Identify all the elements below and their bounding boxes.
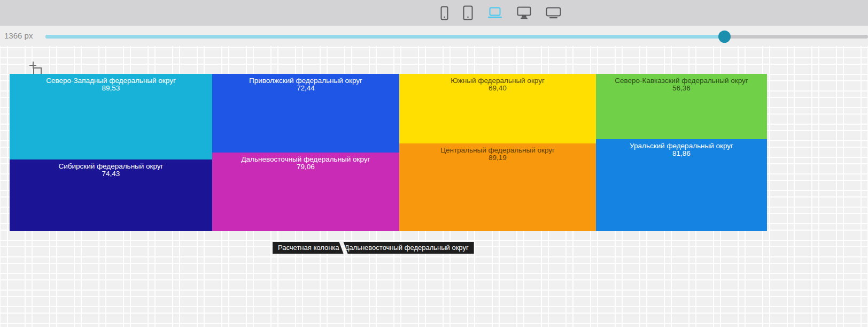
tv-preview-button[interactable] <box>546 7 561 19</box>
treemap-tile-sibirsky[interactable]: Сибирский федеральный округ 74,43 <box>10 159 212 231</box>
chart-tooltip: Расчетная колонка Дальневосточный федера… <box>273 242 474 254</box>
tile-value: 69,40 <box>399 85 596 92</box>
device-size-buttons <box>440 0 561 26</box>
treemap-column: Северо-Кавказский федеральный округ 56,3… <box>596 74 767 231</box>
laptop-preview-button[interactable] <box>487 7 502 19</box>
treemap-tile-tsentralny[interactable]: Центральный федеральный округ 89,19 <box>399 143 596 231</box>
tooltip-field-name: Расчетная колонка <box>273 242 344 254</box>
tablet-preview-button[interactable] <box>463 5 473 20</box>
phone-preview-button[interactable] <box>440 6 448 20</box>
treemap-tile-yuzhny[interactable]: Южный федеральный округ 69,40 <box>399 74 596 143</box>
tooltip-field-value: Дальневосточный федеральный округ <box>340 242 474 254</box>
width-slider-fill <box>45 35 724 39</box>
phone-icon <box>440 6 448 20</box>
tile-value: 89,53 <box>10 85 212 92</box>
treemap-tile-severo-kavkazsky[interactable]: Северо-Кавказский федеральный округ 56,3… <box>596 74 767 139</box>
tablet-icon <box>463 5 473 20</box>
tile-value: 89,19 <box>399 154 596 162</box>
treemap-tile-dalnevostochny[interactable]: Дальневосточный федеральный округ 79,06 <box>212 153 399 231</box>
canvas-width-control: 1366 px <box>0 26 868 46</box>
treemap-column: Северо-Западный федеральный округ 89,53 … <box>10 74 212 231</box>
tile-label: Уральский федеральный округ <box>596 142 767 150</box>
width-slider-handle[interactable] <box>718 31 731 43</box>
tile-value: 81,86 <box>596 150 767 157</box>
tile-value: 79,06 <box>212 163 399 171</box>
tile-value: 74,43 <box>10 170 212 178</box>
treemap-tile-privolzhsky[interactable]: Приволжский федеральный округ 72,44 <box>212 74 399 153</box>
treemap-tile-uralsky[interactable]: Уральский федеральный округ 81,86 <box>596 139 767 231</box>
treemap-column: Приволжский федеральный округ 72,44 Даль… <box>212 74 399 231</box>
design-canvas[interactable]: Северо-Западный федеральный округ 89,53 … <box>0 46 868 327</box>
device-preview-toolbar <box>0 0 868 26</box>
treemap-column: Южный федеральный округ 69,40 Центральны… <box>399 74 596 231</box>
laptop-icon <box>487 7 502 19</box>
tile-label: Центральный федеральный округ <box>399 146 596 154</box>
tile-label: Приволжский федеральный округ <box>212 77 399 85</box>
treemap-visual[interactable]: Северо-Западный федеральный округ 89,53 … <box>10 74 767 231</box>
tile-value: 56,36 <box>596 85 767 92</box>
treemap-tile-severo-zapadny[interactable]: Северо-Западный федеральный округ 89,53 <box>10 74 212 159</box>
tile-label: Северо-Кавказский федеральный округ <box>596 77 767 85</box>
monitor-icon <box>517 6 531 19</box>
tile-label: Северо-Западный федеральный округ <box>10 77 212 85</box>
tile-label: Сибирский федеральный округ <box>10 162 212 170</box>
monitor-preview-button[interactable] <box>517 6 531 19</box>
tv-icon <box>546 7 561 19</box>
tile-label: Дальневосточный федеральный округ <box>212 155 399 163</box>
width-slider-track[interactable] <box>45 35 868 39</box>
tile-label: Южный федеральный округ <box>399 77 596 85</box>
tile-value: 72,44 <box>212 85 399 92</box>
canvas-width-value: 1366 px <box>4 31 33 40</box>
